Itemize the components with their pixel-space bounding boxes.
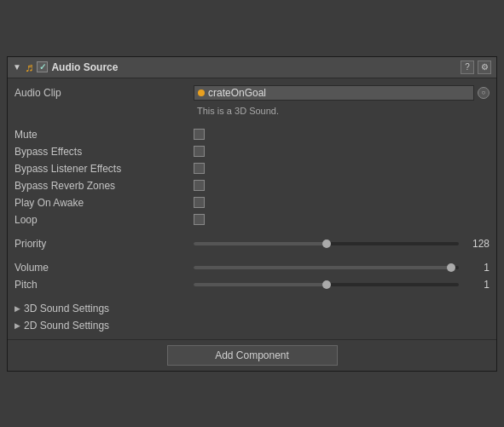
pitch-label: Pitch [14,279,194,291]
volume-slider-container: 1 [194,262,490,274]
header-icons: ? ⚙ [461,61,491,74]
bypass-listener-row: Bypass Listener Effects [14,160,490,177]
collapse-icon[interactable]: ▼ [13,62,21,72]
play-on-awake-label: Play On Awake [14,197,194,209]
2d-sound-toggle[interactable]: ▶ 2D Sound Settings [14,317,490,334]
speaker-icon: ♬ [25,61,34,74]
pitch-row: Pitch 1 [14,276,490,293]
volume-label: Volume [14,262,194,274]
mute-row: Mute [14,126,490,143]
volume-slider-track[interactable] [194,266,459,269]
header-left: ▼ ♬ ✓ Audio Source [13,61,457,74]
priority-slider-track[interactable] [194,242,459,245]
loop-label: Loop [14,214,194,226]
loop-checkbox[interactable] [194,214,205,225]
add-component-button[interactable]: Add Component [167,345,338,366]
audio-clip-label: Audio Clip [14,87,194,99]
header-checkbox[interactable]: ✓ [37,61,48,72]
bypass-listener-label: Bypass Listener Effects [14,163,194,175]
loop-row: Loop [14,211,490,228]
bypass-effects-checkbox[interactable] [194,146,205,157]
3d-sound-arrow: ▶ [14,304,20,313]
info-text: This is a 3D Sound. [194,105,279,117]
play-on-awake-checkbox[interactable] [194,197,205,208]
priority-value: 128 [464,238,490,250]
3d-sound-label: 3D Sound Settings [24,303,109,314]
clip-name: crateOnGoal [208,87,266,99]
mute-checkbox[interactable] [194,129,205,140]
orange-dot [198,89,205,96]
audio-clip-row: Audio Clip crateOnGoal ○ [14,84,490,102]
pitch-slider-track[interactable] [194,283,459,286]
2d-sound-label: 2D Sound Settings [24,320,109,332]
3d-sound-toggle[interactable]: ▶ 3D Sound Settings [14,300,490,317]
info-text-row: This is a 3D Sound. [14,102,490,119]
audio-clip-field[interactable]: crateOnGoal [194,85,474,101]
help-button[interactable]: ? [461,61,474,74]
clip-circle-button[interactable]: ○ [478,87,490,99]
bypass-reverb-label: Bypass Reverb Zones [14,180,194,192]
priority-slider-container: 128 [194,238,490,250]
priority-row: Priority 128 [14,235,490,252]
volume-value: 1 [464,262,490,274]
bypass-effects-label: Bypass Effects [14,146,194,158]
panel-body: Audio Clip crateOnGoal ○ This is a 3D So… [8,78,496,339]
priority-label: Priority [14,238,194,250]
mute-label: Mute [14,129,194,141]
2d-sound-arrow: ▶ [14,321,20,330]
volume-row: Volume 1 [14,259,490,276]
bypass-listener-checkbox[interactable] [194,163,205,174]
bypass-effects-row: Bypass Effects [14,143,490,160]
panel-title: Audio Source [51,61,118,73]
bypass-reverb-row: Bypass Reverb Zones [14,177,490,194]
settings-button[interactable]: ⚙ [478,61,491,74]
pitch-value: 1 [464,279,490,291]
audio-source-panel: ▼ ♬ ✓ Audio Source ? ⚙ Audio Clip crateO… [7,56,497,372]
play-on-awake-row: Play On Awake [14,194,490,211]
panel-header: ▼ ♬ ✓ Audio Source ? ⚙ [8,57,496,78]
bypass-reverb-checkbox[interactable] [194,180,205,191]
pitch-slider-container: 1 [194,279,490,291]
audio-clip-value: crateOnGoal ○ [194,85,490,101]
bottom-bar: Add Component [8,339,496,371]
